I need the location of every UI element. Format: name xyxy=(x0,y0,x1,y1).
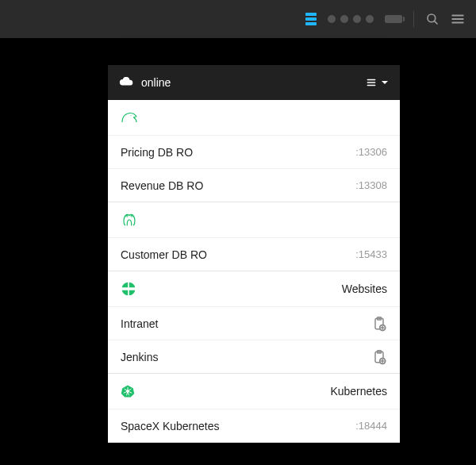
section-head-mysql[interactable] xyxy=(108,100,400,135)
connection-port: :18444 xyxy=(355,420,387,432)
battery-icon xyxy=(385,15,402,23)
globe-icon xyxy=(121,281,136,297)
status-dot xyxy=(366,15,374,23)
panel-menu-button[interactable] xyxy=(365,77,389,88)
connection-port: :13306 xyxy=(355,146,387,158)
connection-row[interactable]: Jenkins xyxy=(108,340,400,373)
clipboard-add-icon[interactable] xyxy=(371,316,387,332)
connection-port: :13308 xyxy=(355,179,387,191)
connection-row[interactable]: Pricing DB RO :13306 xyxy=(108,135,400,168)
svg-line-1 xyxy=(434,21,437,24)
connection-name: SpaceX Kubernetes xyxy=(121,420,220,432)
connection-name: Pricing DB RO xyxy=(121,146,193,159)
connection-row[interactable]: Intranet xyxy=(108,306,400,340)
connection-name: Revenue DB RO xyxy=(121,179,203,192)
status-dot xyxy=(353,15,361,23)
status-dot xyxy=(328,15,336,23)
section-label: Websites xyxy=(342,282,387,295)
connections-panel: online xyxy=(108,65,400,443)
connection-name: Intranet xyxy=(121,317,158,330)
section-mysql: Pricing DB RO :13306 Revenue DB RO :1330… xyxy=(108,100,400,202)
connection-name: Jenkins xyxy=(121,351,158,363)
connection-row[interactable]: Customer DB RO :15433 xyxy=(108,237,400,271)
section-head-postgres[interactable] xyxy=(108,202,400,237)
mysql-dolphin-icon xyxy=(121,110,138,125)
connection-name: Customer DB RO xyxy=(121,248,207,261)
status-dots xyxy=(328,15,374,23)
cloud-icon xyxy=(119,76,133,89)
section-head-websites[interactable]: Websites xyxy=(108,271,400,306)
search-icon[interactable] xyxy=(425,12,440,26)
clipboard-add-icon[interactable] xyxy=(371,349,387,365)
connection-port: :15433 xyxy=(355,248,387,260)
svg-point-10 xyxy=(131,217,132,217)
connection-row[interactable]: SpaceX Kubernetes :18444 xyxy=(108,409,400,442)
hamburger-menu-icon[interactable] xyxy=(451,12,465,26)
section-head-kubernetes[interactable]: Kubernetes xyxy=(108,374,400,409)
titlebar xyxy=(0,0,476,38)
server-status-icon[interactable] xyxy=(305,13,317,25)
svg-point-8 xyxy=(131,115,132,116)
section-kubernetes: Kubernetes SpaceX Kubernetes :18444 xyxy=(108,374,400,443)
app-window: online xyxy=(0,0,476,465)
status-label: online xyxy=(141,76,171,89)
section-postgres: Customer DB RO :15433 xyxy=(108,202,400,271)
svg-point-9 xyxy=(127,217,128,217)
status-dot xyxy=(340,15,348,23)
section-websites: Websites Intranet Jenkins xyxy=(108,271,400,374)
panel-header: online xyxy=(108,65,400,100)
connection-row[interactable]: Revenue DB RO :13308 xyxy=(108,168,400,202)
kubernetes-icon xyxy=(121,384,135,398)
postgres-elephant-icon xyxy=(121,211,138,229)
section-label: Kubernetes xyxy=(330,385,387,398)
divider xyxy=(413,11,414,27)
